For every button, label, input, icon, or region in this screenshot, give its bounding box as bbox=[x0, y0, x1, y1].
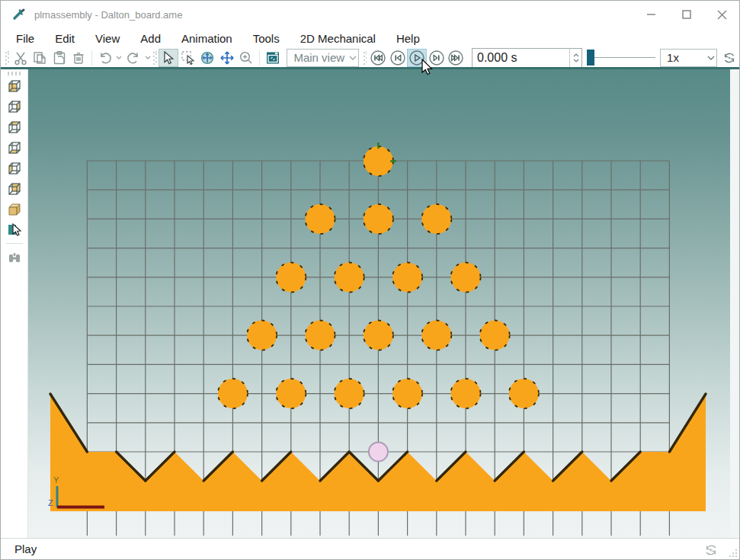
view-cube-right-icon bbox=[7, 99, 22, 114]
menu-edit[interactable]: Edit bbox=[55, 32, 75, 45]
peg[interactable] bbox=[218, 379, 248, 408]
redo-icon bbox=[126, 50, 141, 66]
view-selector[interactable]: Main view bbox=[287, 49, 358, 67]
redo-button[interactable] bbox=[123, 49, 143, 67]
orbit-tool-button[interactable] bbox=[197, 49, 217, 67]
view-cube-back-icon bbox=[7, 181, 22, 197]
peg[interactable] bbox=[364, 146, 393, 176]
status-text: Play bbox=[14, 542, 37, 555]
copy-button[interactable] bbox=[30, 49, 50, 67]
step-back-icon bbox=[389, 50, 406, 66]
select-filter-button[interactable] bbox=[5, 219, 24, 240]
speed-value: 1x bbox=[661, 51, 705, 64]
go-to-start-button[interactable] bbox=[368, 49, 388, 67]
pan-tool-button[interactable] bbox=[217, 49, 237, 67]
toolbar-separator bbox=[91, 50, 92, 66]
peg[interactable] bbox=[421, 321, 451, 350]
time-input[interactable]: 0.000 s bbox=[472, 48, 582, 68]
menu-view[interactable]: View bbox=[95, 32, 120, 45]
view-cube-top-icon bbox=[7, 120, 22, 135]
app-window: plmassembly - Dalton_board.ame File Edit… bbox=[0, 0, 740, 560]
time-spinner[interactable] bbox=[569, 49, 581, 67]
menu-2d-mechanical[interactable]: 2D Mechanical bbox=[300, 32, 376, 45]
zoom-tool-button[interactable] bbox=[236, 49, 256, 67]
sync-icon bbox=[703, 542, 719, 558]
toolbar-grip[interactable] bbox=[153, 51, 157, 65]
peg[interactable] bbox=[247, 321, 277, 350]
close-icon[interactable] bbox=[704, 1, 739, 28]
peg[interactable] bbox=[364, 204, 393, 234]
view-cube-back-button[interactable] bbox=[5, 178, 24, 199]
window-title: plmassembly - Dalton_board.ame bbox=[34, 9, 182, 21]
view-cube-top-button[interactable] bbox=[5, 117, 24, 137]
maximize-icon[interactable] bbox=[669, 1, 704, 28]
undo-icon bbox=[98, 50, 113, 66]
paste-button[interactable] bbox=[50, 49, 69, 67]
pan-icon bbox=[219, 50, 235, 66]
copy-icon bbox=[32, 50, 47, 66]
menu-animation[interactable]: Animation bbox=[181, 32, 232, 45]
step-back-button[interactable] bbox=[388, 49, 408, 67]
trash-icon bbox=[71, 50, 86, 66]
select-tool-button[interactable] bbox=[159, 49, 178, 67]
peg[interactable] bbox=[335, 263, 364, 293]
peg[interactable] bbox=[392, 263, 422, 293]
view-cube-bottom-button[interactable] bbox=[5, 137, 24, 158]
minimize-icon[interactable] bbox=[634, 1, 669, 28]
loop-icon bbox=[722, 50, 737, 66]
peg[interactable] bbox=[509, 379, 539, 408]
axis-y-label: Y bbox=[53, 475, 59, 485]
peg[interactable] bbox=[392, 379, 422, 408]
delete-button[interactable] bbox=[69, 49, 88, 67]
iso-view-button[interactable] bbox=[5, 199, 24, 219]
ball[interactable] bbox=[369, 443, 388, 462]
menu-file[interactable]: File bbox=[16, 32, 34, 45]
peg[interactable] bbox=[276, 379, 306, 408]
peg[interactable] bbox=[421, 204, 451, 234]
menu-add[interactable]: Add bbox=[140, 32, 161, 45]
loop-playback-button[interactable] bbox=[720, 49, 740, 67]
fit-view-button[interactable] bbox=[263, 49, 283, 67]
menu-help[interactable]: Help bbox=[396, 32, 420, 45]
view-cube-bottom-icon bbox=[7, 140, 22, 155]
peg[interactable] bbox=[451, 263, 481, 293]
peg[interactable] bbox=[306, 321, 335, 350]
play-icon bbox=[408, 50, 425, 66]
peg[interactable] bbox=[335, 379, 364, 408]
select-icon bbox=[162, 51, 175, 65]
view-selector-value: Main view bbox=[287, 51, 347, 64]
box-select-tool-button[interactable] bbox=[178, 49, 198, 67]
menu-tools[interactable]: Tools bbox=[253, 32, 280, 45]
slider-handle[interactable] bbox=[587, 50, 594, 66]
peg[interactable] bbox=[480, 321, 510, 350]
resize-grip[interactable] bbox=[729, 549, 738, 558]
peg[interactable] bbox=[364, 321, 393, 350]
view-cube-left-button[interactable] bbox=[5, 158, 24, 178]
title-bar[interactable]: plmassembly - Dalton_board.ame bbox=[1, 1, 739, 28]
speed-selector[interactable]: 1x bbox=[660, 49, 716, 67]
cut-button[interactable] bbox=[11, 49, 30, 67]
select-filter-icon bbox=[7, 222, 22, 238]
go-end-icon bbox=[447, 50, 464, 66]
chevron-down-icon bbox=[348, 49, 358, 67]
go-to-end-button[interactable] bbox=[446, 49, 466, 67]
view-cube-front-button[interactable] bbox=[5, 75, 24, 96]
peg[interactable] bbox=[276, 263, 306, 293]
peg[interactable] bbox=[451, 379, 481, 408]
undo-button[interactable] bbox=[95, 49, 115, 67]
axis-z-label: Z bbox=[48, 498, 53, 507]
measure-button[interactable] bbox=[5, 247, 24, 267]
redo-dropdown[interactable] bbox=[143, 49, 152, 67]
undo-dropdown[interactable] bbox=[114, 49, 123, 67]
view-cube-right-button[interactable] bbox=[5, 96, 24, 117]
spinner-up-icon bbox=[573, 53, 579, 57]
step-forward-icon bbox=[428, 50, 445, 66]
step-forward-button[interactable] bbox=[427, 49, 447, 67]
toolbar-grip[interactable] bbox=[364, 51, 367, 65]
play-button[interactable] bbox=[407, 49, 427, 67]
spinner-down-icon bbox=[573, 59, 579, 62]
time-slider[interactable] bbox=[587, 49, 655, 67]
toolbar-grip[interactable] bbox=[5, 51, 9, 65]
viewport-canvas[interactable]: YZ bbox=[28, 69, 730, 538]
peg[interactable] bbox=[306, 204, 335, 234]
